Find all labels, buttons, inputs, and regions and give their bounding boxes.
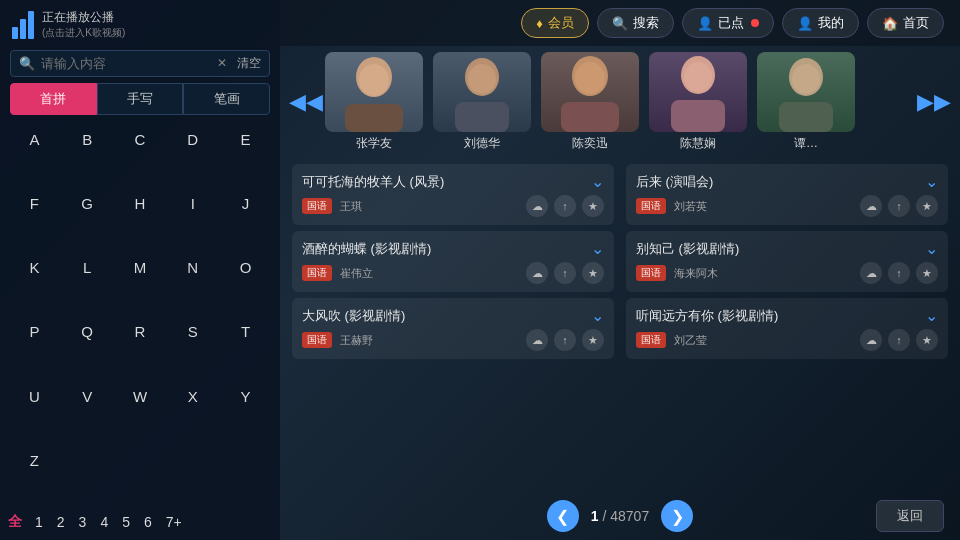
num-4[interactable]: 4 — [95, 512, 113, 532]
song-expand-icon-0[interactable]: ⌄ — [591, 172, 604, 191]
song-bottom-row-3: 国语 刘若英 ☁ ↑ ★ — [636, 195, 938, 217]
song-expand-icon-4[interactable]: ⌄ — [925, 239, 938, 258]
bihua-mode-button[interactable]: 笔画 — [183, 83, 270, 115]
my-icon: 👤 — [797, 16, 813, 31]
alpha-N[interactable]: N — [166, 251, 219, 315]
song-title-5: 听闻远方有你 (影视剧情) — [636, 307, 925, 325]
alpha-V[interactable]: V — [61, 380, 114, 444]
star-icon-2[interactable]: ★ — [582, 329, 604, 351]
up-icon-4[interactable]: ↑ — [888, 262, 910, 284]
all-key[interactable]: 全 — [8, 513, 22, 531]
cloud-icon-5[interactable]: ☁ — [860, 329, 882, 351]
alpha-Z[interactable]: Z — [8, 444, 61, 508]
pagination: ❮ 1 / 48707 ❯ 返回 — [280, 492, 960, 540]
alpha-B[interactable]: B — [61, 123, 114, 187]
sidebar-header: 正在播放公播 (点击进入K歌视频) — [0, 0, 280, 46]
artist-card-zhangxueyou[interactable]: 张学友 — [324, 52, 424, 152]
my-button[interactable]: 👤 我的 — [782, 8, 859, 38]
num-7plus[interactable]: 7+ — [161, 512, 187, 532]
artist-photo-tan — [757, 52, 855, 132]
member-button[interactable]: ♦ 会员 — [521, 8, 589, 38]
artist-name-chenyixun: 陈奕迅 — [572, 135, 608, 152]
song-expand-icon-1[interactable]: ⌄ — [591, 239, 604, 258]
star-icon-5[interactable]: ★ — [916, 329, 938, 351]
song-expand-icon-3[interactable]: ⌄ — [925, 172, 938, 191]
search-nav-button[interactable]: 🔍 搜索 — [597, 8, 674, 38]
song-expand-icon-5[interactable]: ⌄ — [925, 306, 938, 325]
song-top-row-4: 别知己 (影视剧情) ⌄ — [636, 239, 938, 258]
cloud-icon-0[interactable]: ☁ — [526, 195, 548, 217]
clear-icon: ✕ — [217, 56, 227, 70]
alpha-I[interactable]: I — [166, 187, 219, 251]
artist-card-chenyixun[interactable]: 陈奕迅 — [540, 52, 640, 152]
song-item-4[interactable]: 别知己 (影视剧情) ⌄ 国语 海来阿木 ☁ ↑ ★ — [626, 231, 948, 292]
star-icon-4[interactable]: ★ — [916, 262, 938, 284]
song-title-3: 后来 (演唱会) — [636, 173, 925, 191]
home-button[interactable]: 🏠 首页 — [867, 8, 944, 38]
back-button[interactable]: 返回 — [876, 500, 944, 532]
next-artists-button[interactable]: ▶▶ — [916, 84, 952, 120]
artist-card-chenhuixian[interactable]: 陈慧娴 — [648, 52, 748, 152]
num-6[interactable]: 6 — [139, 512, 157, 532]
search-input[interactable] — [41, 56, 211, 71]
song-item-5[interactable]: 听闻远方有你 (影视剧情) ⌄ 国语 刘乙莹 ☁ ↑ ★ — [626, 298, 948, 359]
up-icon-0[interactable]: ↑ — [554, 195, 576, 217]
next-page-button[interactable]: ❯ — [661, 500, 693, 532]
num-3[interactable]: 3 — [74, 512, 92, 532]
alpha-G[interactable]: G — [61, 187, 114, 251]
alpha-W[interactable]: W — [114, 380, 167, 444]
alpha-K[interactable]: K — [8, 251, 61, 315]
cloud-icon-1[interactable]: ☁ — [526, 262, 548, 284]
alpha-O[interactable]: O — [219, 251, 272, 315]
alpha-P[interactable]: P — [8, 315, 61, 379]
song-title-2: 大风吹 (影视剧情) — [302, 307, 591, 325]
num-1[interactable]: 1 — [30, 512, 48, 532]
alpha-H[interactable]: H — [114, 187, 167, 251]
artist-card-tan[interactable]: 谭… — [756, 52, 856, 152]
cloud-icon-2[interactable]: ☁ — [526, 329, 548, 351]
song-expand-icon-2[interactable]: ⌄ — [591, 306, 604, 325]
artist-card-liudehua[interactable]: 刘德华 — [432, 52, 532, 152]
alpha-Q[interactable]: Q — [61, 315, 114, 379]
num-2[interactable]: 2 — [52, 512, 70, 532]
song-item-2[interactable]: 大风吹 (影视剧情) ⌄ 国语 王赫野 ☁ ↑ ★ — [292, 298, 614, 359]
clear-button[interactable]: 清空 — [237, 55, 261, 72]
star-icon-3[interactable]: ★ — [916, 195, 938, 217]
alpha-A[interactable]: A — [8, 123, 61, 187]
search-bar: 🔍 ✕ 清空 — [10, 50, 270, 77]
up-icon-2[interactable]: ↑ — [554, 329, 576, 351]
prev-page-button[interactable]: ❮ — [547, 500, 579, 532]
up-icon-3[interactable]: ↑ — [888, 195, 910, 217]
pinyin-mode-button[interactable]: 首拼 — [10, 83, 97, 115]
alpha-T[interactable]: T — [219, 315, 272, 379]
alpha-Y[interactable]: Y — [219, 380, 272, 444]
alpha-D[interactable]: D — [166, 123, 219, 187]
cloud-icon-4[interactable]: ☁ — [860, 262, 882, 284]
song-item-1[interactable]: 酒醉的蝴蝶 (影视剧情) ⌄ 国语 崔伟立 ☁ ↑ ★ — [292, 231, 614, 292]
alpha-E[interactable]: E — [219, 123, 272, 187]
up-icon-5[interactable]: ↑ — [888, 329, 910, 351]
alpha-L[interactable]: L — [61, 251, 114, 315]
prev-artists-button[interactable]: ◀◀ — [288, 84, 324, 120]
handwrite-mode-button[interactable]: 手写 — [97, 83, 184, 115]
now-playing-text[interactable]: 正在播放公播 (点击进入K歌视频) — [42, 10, 125, 40]
song-item-0[interactable]: 可可托海的牧羊人 (风景) ⌄ 国语 王琪 ☁ ↑ ★ — [292, 164, 614, 225]
alpha-U[interactable]: U — [8, 380, 61, 444]
alpha-X[interactable]: X — [166, 380, 219, 444]
star-icon-1[interactable]: ★ — [582, 262, 604, 284]
alpha-J[interactable]: J — [219, 187, 272, 251]
cloud-icon-3[interactable]: ☁ — [860, 195, 882, 217]
alpha-M[interactable]: M — [114, 251, 167, 315]
alpha-R[interactable]: R — [114, 315, 167, 379]
song-item-3[interactable]: 后来 (演唱会) ⌄ 国语 刘若英 ☁ ↑ ★ — [626, 164, 948, 225]
num-5[interactable]: 5 — [117, 512, 135, 532]
alpha-C[interactable]: C — [114, 123, 167, 187]
alpha-F[interactable]: F — [8, 187, 61, 251]
up-icon-1[interactable]: ↑ — [554, 262, 576, 284]
svg-point-4 — [468, 64, 496, 94]
star-icon-0[interactable]: ★ — [582, 195, 604, 217]
singer-name-2: 王赫野 — [340, 333, 518, 348]
yidian-button[interactable]: 👤 已点 — [682, 8, 774, 38]
alpha-S[interactable]: S — [166, 315, 219, 379]
svg-rect-8 — [561, 102, 619, 132]
